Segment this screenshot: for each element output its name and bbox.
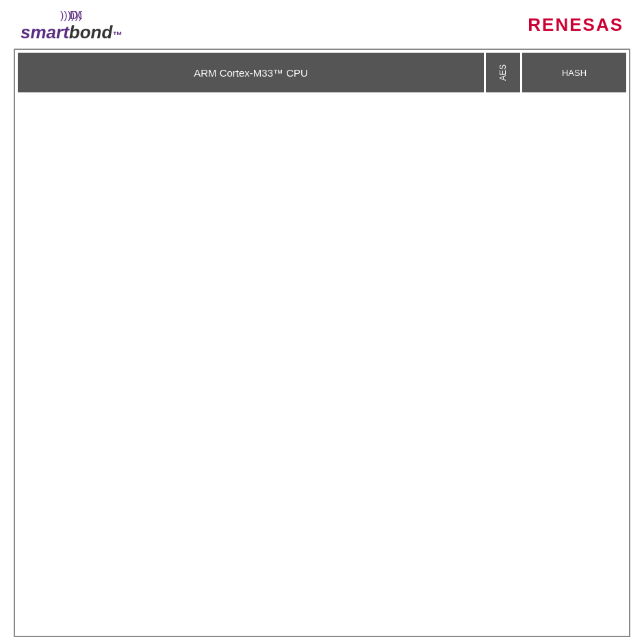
- smartbond-logo: ))) DC ((( smartbond™: [21, 7, 122, 43]
- aes-block: AES: [486, 53, 520, 92]
- renesas-logo: RENESAS: [528, 14, 623, 36]
- aes-label: AES: [498, 64, 508, 81]
- main-diagram: ARM Cortex-M33™ CPU AES HASH: [14, 49, 630, 637]
- hash-block: HASH: [522, 53, 626, 92]
- svg-text:(((: (((: [71, 10, 83, 21]
- arm-cortex-m33-block: ARM Cortex-M33™ CPU: [18, 53, 484, 92]
- header: ))) DC ((( smartbond™ RENESAS: [14, 7, 630, 43]
- right-top-section: AES HASH: [486, 53, 626, 92]
- hash-label: HASH: [562, 68, 587, 78]
- smartbond-wifi-icon: ))) DC (((: [60, 7, 82, 22]
- row-arm-m33: ARM Cortex-M33™ CPU AES HASH: [18, 53, 626, 92]
- smartbond-icon-row: ))) DC (((: [60, 7, 82, 22]
- smartbond-text: smartbond™: [21, 22, 122, 43]
- page-wrapper: ))) DC ((( smartbond™ RENESAS ARM Cortex…: [0, 0, 644, 644]
- arm-cortex-m33-label: ARM Cortex-M33™ CPU: [194, 67, 308, 79]
- aes-hash-row: AES HASH: [486, 53, 626, 92]
